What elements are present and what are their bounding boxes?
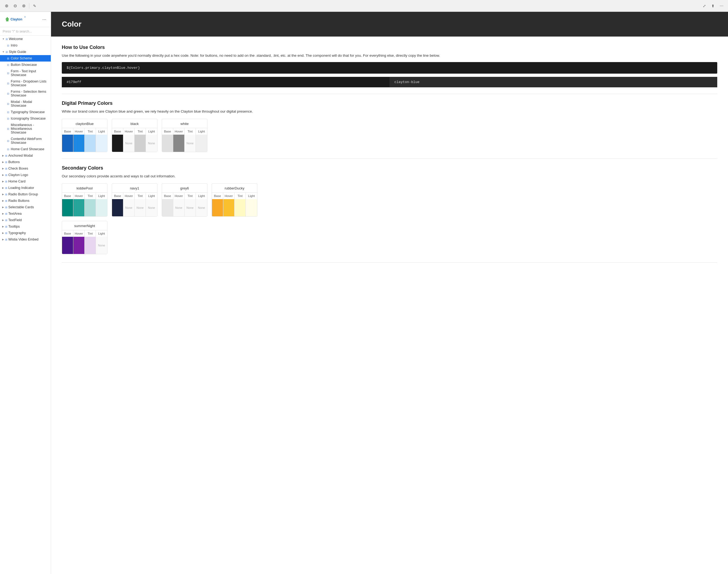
- color-header-label: Tint: [85, 193, 96, 199]
- color-header-label: Base: [62, 230, 73, 237]
- nav-item-intro[interactable]: ⊟Intro: [0, 42, 51, 49]
- browser-actions: ⤢ ⬆ ⋯: [701, 3, 725, 9]
- svg-text:Clayton: Clayton: [10, 17, 22, 21]
- nav-item-forms-selection[interactable]: ⊟Forms - Selection Items Showcase: [0, 88, 51, 98]
- color-card-headers: BaseHoverTintLight: [62, 230, 107, 237]
- nav-item-typography[interactable]: ⊟Typography Showcase: [0, 109, 51, 115]
- nav-item-anchored-modal[interactable]: ▶⊞Anchored Modal: [0, 152, 51, 159]
- color-swatch: None: [184, 135, 196, 152]
- nav-item-textfield[interactable]: ▶⊞TextField: [0, 217, 51, 223]
- grid-icon: ⊞: [5, 219, 7, 222]
- main-content: Color How to Use Colors Use the followin…: [51, 12, 728, 574]
- nav-item-welcome[interactable]: ▼⊞Welcome: [0, 36, 51, 42]
- nav-label: Style Guide: [9, 50, 26, 54]
- secondary-colors-row: kiddiePoolBaseHoverTintLightnavy1BaseHov…: [62, 183, 717, 216]
- color-header-label: Tint: [85, 128, 96, 135]
- grid-icon: ⊞: [6, 50, 8, 53]
- edit-button[interactable]: ✎: [32, 3, 38, 9]
- nav-item-iconography[interactable]: ⊟Iconography Showcase: [0, 115, 51, 122]
- color-swatch: [96, 199, 107, 216]
- nav-item-contentful-webform[interactable]: ⊟Contentful WebForm Showcase: [0, 136, 51, 146]
- tree-arrow-icon: ▶: [2, 219, 4, 221]
- expand-button[interactable]: ⤢: [701, 3, 708, 9]
- section2-body: While our brand colors are Clayton blue …: [62, 109, 717, 114]
- nav-item-loading-indicator[interactable]: ▶⊞Loading Indicator: [0, 184, 51, 191]
- color-header-label: Light: [96, 230, 107, 237]
- color-header-label: Tint: [135, 128, 146, 135]
- color-swatch: None: [123, 199, 135, 216]
- color-card-swatches: [62, 199, 107, 216]
- nav-item-tooltips[interactable]: ▶⊞Tooltips: [0, 223, 51, 230]
- app-container: Clayton ··· ▼⊞Welcome⊟Intro▼⊞Style Guide…: [0, 12, 728, 574]
- logo-area: Clayton: [3, 14, 28, 24]
- nav-item-button-showcase[interactable]: ⊟Button Showcase: [0, 62, 51, 68]
- color-swatch: None: [184, 199, 196, 216]
- nav-item-clayton-logo[interactable]: ▶⊞Clayton Logo: [0, 172, 51, 178]
- nav-item-modal[interactable]: ⊟Modal - Modal Showcase: [0, 98, 51, 109]
- color-card-headers: BaseHoverTintLight: [62, 128, 107, 135]
- nav-item-check-boxes[interactable]: ▶⊞Check Boxes: [0, 165, 51, 172]
- nav-item-style-guide[interactable]: ▼⊞Style Guide: [0, 49, 51, 55]
- color-swatch: [246, 199, 257, 216]
- nav-item-radio-button-group[interactable]: ▶⊞Radio Button Group: [0, 191, 51, 198]
- color-header-label: Tint: [85, 230, 96, 237]
- tree-arrow-icon: ▼: [2, 38, 5, 40]
- color-swatch: [73, 199, 85, 216]
- color-card-swatches: [212, 199, 257, 216]
- zoom-reset-button[interactable]: ⊗: [20, 3, 27, 9]
- color-swatch: [85, 237, 96, 254]
- color-header-label: Light: [96, 128, 107, 135]
- tree-arrow-icon: ▶: [2, 154, 4, 157]
- color-header-label: Base: [112, 193, 123, 199]
- nav-item-textarea[interactable]: ▶⊞TextArea: [0, 210, 51, 217]
- color-header-label: Hover: [123, 193, 135, 199]
- share-button[interactable]: ⬆: [710, 3, 716, 9]
- tree-arrow-icon: ▶: [2, 180, 4, 183]
- nav-item-home-card[interactable]: ▶⊞Home Card: [0, 178, 51, 184]
- nav-label: Tooltips: [8, 224, 19, 229]
- color-card-navy1: navy1BaseHoverTintLightNoneNoneNone: [112, 183, 158, 216]
- nav-item-selectable-cards[interactable]: ▶⊞Selectable Cards: [0, 204, 51, 210]
- nav-item-home-card-showcase[interactable]: ⊟Home Card Showcase: [0, 146, 51, 152]
- grid-icon: ⊞: [5, 199, 7, 202]
- nav-item-buttons[interactable]: ▶⊞Buttons: [0, 159, 51, 165]
- nav-item-wistia[interactable]: ▶⊞Wistia Video Embed: [0, 236, 51, 243]
- color-card-swatches: [62, 135, 107, 152]
- color-swatch: [162, 199, 173, 216]
- bottom-divider: [62, 262, 717, 262]
- nav-item-form-text-input[interactable]: ⊟Form - Text Input Showcase: [0, 68, 51, 78]
- color-swatch: [162, 135, 173, 152]
- color-header-label: Base: [212, 193, 223, 199]
- nav-item-forms-dropdown[interactable]: ⊟Forms - Dropdown Lists Showcase: [0, 78, 51, 88]
- nav-item-radio-buttons[interactable]: ▶⊞Radio Buttons: [0, 198, 51, 204]
- nav-item-miscellaneous[interactable]: ⊟Miscellaneous - Miscellaneous Showcase: [0, 122, 51, 136]
- section1-body: Use the following in your code anywhere …: [62, 53, 717, 58]
- tree-arrow-icon: ▶: [2, 225, 4, 228]
- tree-arrow-icon: ▶: [2, 161, 4, 163]
- nav-label: Forms - Selection Items Showcase: [11, 90, 48, 97]
- nav-label: Wistia Video Embed: [8, 238, 38, 241]
- nav-label: Buttons: [8, 160, 19, 164]
- color-header-label: Light: [96, 193, 107, 199]
- nav-label: Check Boxes: [8, 167, 28, 170]
- search-input[interactable]: [3, 30, 48, 33]
- tree-arrow-icon: ▼: [2, 50, 5, 53]
- page-header: Color: [51, 12, 728, 37]
- color-card-white: whiteBaseHoverTintLightNone: [162, 119, 207, 152]
- grid-icon: ⊞: [5, 174, 7, 176]
- color-swatch: None: [196, 199, 207, 216]
- nav-item-color-scheme[interactable]: ⊟Color Scheme: [0, 55, 51, 62]
- color-card-black: blackBaseHoverTintLightNoneNone: [112, 119, 158, 152]
- color-swatch: [196, 135, 207, 152]
- zoom-out-button[interactable]: ⊖: [12, 3, 18, 9]
- nav-label: Contentful WebForm Showcase: [11, 137, 48, 145]
- page-icon: ⊟: [7, 64, 9, 67]
- page-icon: ⊟: [7, 127, 9, 130]
- color-card-claytonBlue: claytonBlueBaseHoverTintLight: [62, 119, 108, 152]
- more-button[interactable]: ⋯: [718, 3, 725, 9]
- sidebar-more-button[interactable]: ···: [41, 16, 48, 23]
- zoom-in-button[interactable]: ⊕: [3, 3, 10, 9]
- divider-2: [62, 159, 717, 159]
- sidebar: Clayton ··· ▼⊞Welcome⊟Intro▼⊞Style Guide…: [0, 12, 51, 574]
- nav-item-typography2[interactable]: ▶⊞Typography: [0, 230, 51, 236]
